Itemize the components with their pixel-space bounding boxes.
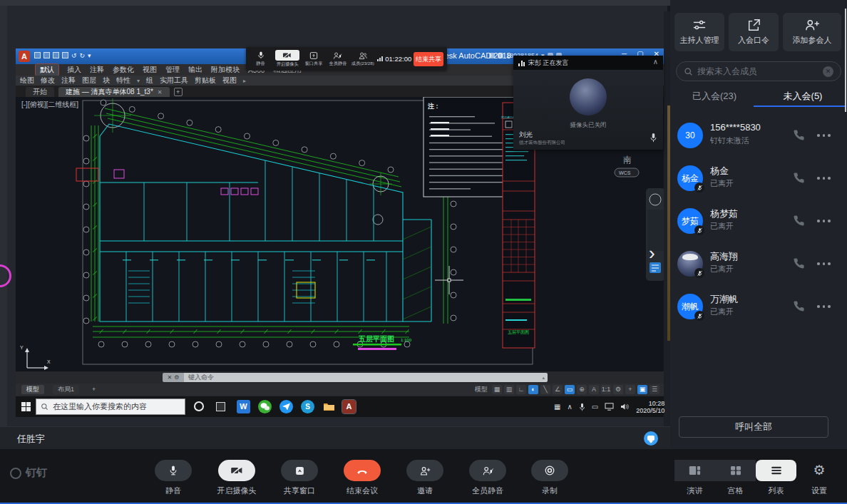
- collapse-overlay-icon[interactable]: ∧: [653, 58, 658, 66]
- speaker-video-overlay[interactable]: 宋彭 正在发言 ∧ 摄像头已关闭 刘光 德才装饰股份有限公司: [513, 56, 663, 150]
- floatbar-mute-button[interactable]: 静音: [250, 51, 272, 67]
- taskbar-app-skype[interactable]: S: [301, 400, 314, 413]
- more-options-icon[interactable]: [817, 177, 831, 180]
- panel-item[interactable]: 块: [103, 76, 110, 86]
- tray-expand-icon[interactable]: ∧: [567, 403, 572, 411]
- tab-close-icon[interactable]: ✕: [158, 89, 163, 96]
- end-meeting-button[interactable]: 结束会议: [337, 460, 388, 496]
- taskbar-app-wechat[interactable]: [258, 400, 272, 413]
- redo-icon[interactable]: ↻: [80, 52, 86, 60]
- phone-icon[interactable]: [793, 215, 805, 227]
- statusbar-icon[interactable]: ▦: [492, 385, 502, 394]
- participant-row[interactable]: 高海翔 已离开: [670, 242, 847, 285]
- taskbar-search-input[interactable]: 在这里输入你要搜索的内容: [36, 398, 185, 415]
- file-tab-drawing[interactable]: 建施 — 清真寺单体08 1_t3*✕: [58, 87, 170, 97]
- command-line-controls[interactable]: ✕ ⚙: [163, 373, 184, 382]
- phone-icon[interactable]: [793, 129, 805, 141]
- quick-access-toolbar[interactable]: ↺↻▾: [34, 52, 91, 60]
- more-options-icon[interactable]: [817, 262, 831, 265]
- new-layout-button[interactable]: +: [87, 385, 101, 394]
- speaker-icon[interactable]: [620, 403, 630, 411]
- sidebar-scrollbar[interactable]: [845, 9, 846, 112]
- customize-icon[interactable]: ⚙: [174, 374, 179, 381]
- plot-icon[interactable]: [62, 52, 68, 58]
- qat-dropdown-icon[interactable]: ▾: [88, 52, 91, 60]
- ribbon-tab[interactable]: 管理: [165, 65, 180, 75]
- ribbon-tab[interactable]: 视图: [143, 65, 157, 75]
- panel-item[interactable]: 特性: [116, 76, 130, 86]
- taskbar-app-autocad[interactable]: A: [342, 400, 356, 413]
- more-options-icon[interactable]: [817, 305, 831, 308]
- statusbar-icon[interactable]: ∟: [516, 385, 526, 394]
- touchpad-icon[interactable]: ▭: [592, 403, 598, 411]
- panel-item[interactable]: 组: [146, 76, 153, 86]
- add-participant-button[interactable]: 添加参会人: [783, 13, 841, 51]
- mute-all-button[interactable]: 全员静音: [462, 460, 513, 496]
- panel-item[interactable]: 绘图: [20, 76, 34, 86]
- share-window-button[interactable]: 共享窗口: [274, 460, 325, 496]
- mute-button[interactable]: 静音: [148, 460, 199, 496]
- statusbar-icon[interactable]: ▣: [637, 385, 647, 394]
- floatbar-share-button[interactable]: 窗口共享: [302, 51, 325, 67]
- ribbon-tab[interactable]: 注释: [90, 65, 104, 75]
- panel-item[interactable]: 图层: [82, 76, 96, 86]
- start-button[interactable]: [21, 402, 31, 411]
- new-tab-button[interactable]: +: [174, 88, 183, 96]
- view-mode-speaker[interactable]: 演讲: [674, 460, 715, 496]
- microphone-tray-icon[interactable]: [579, 403, 585, 411]
- more-options-icon[interactable]: [817, 220, 831, 222]
- statusbar-icon[interactable]: ▭: [565, 385, 575, 394]
- taskbar-app-messenger[interactable]: [279, 400, 293, 413]
- statusbar-icon[interactable]: ◐: [528, 385, 538, 394]
- invite-button[interactable]: 邀请: [399, 460, 451, 496]
- panel-item[interactable]: 视图: [222, 76, 237, 86]
- participant-row[interactable]: 潮帆 万潮帆 已离开: [670, 285, 847, 328]
- taskbar-clock[interactable]: 10:28 2020/5/10: [636, 400, 664, 414]
- statusbar-icon[interactable]: +: [625, 385, 635, 394]
- file-tab-start[interactable]: 开始: [26, 87, 54, 97]
- save-file-icon[interactable]: [53, 52, 59, 58]
- search-icon[interactable]: [489, 53, 495, 58]
- taskbar-app-explorer[interactable]: [322, 400, 336, 413]
- record-button[interactable]: 录制: [524, 460, 575, 496]
- search-participant-input[interactable]: 搜索未入会成员 ✕: [676, 61, 841, 81]
- statusbar-icon[interactable]: ☰: [650, 385, 659, 394]
- statusbar-icon[interactable]: ∠: [553, 385, 563, 394]
- dropdown-icon[interactable]: ▾: [137, 78, 140, 84]
- participant-row[interactable]: 30 156****5830 钉钉未激活: [670, 114, 847, 157]
- statusbar-icon[interactable]: ▥: [504, 385, 514, 394]
- phone-icon[interactable]: [793, 257, 805, 269]
- clear-search-icon[interactable]: ✕: [823, 66, 833, 77]
- statusbar-icon[interactable]: ⚙: [613, 385, 623, 394]
- tab-joined[interactable]: 已入会(23): [670, 86, 759, 107]
- settings-button[interactable]: ⚙ 设置: [803, 460, 836, 496]
- floatbar-members-button[interactable]: 成员(23/28): [351, 51, 376, 67]
- task-view-button[interactable]: [216, 402, 225, 411]
- floatbar-mute-all-button[interactable]: 全员静音: [327, 51, 349, 67]
- call-all-button[interactable]: 呼叫全部: [679, 416, 828, 438]
- view-mode-list[interactable]: 列表: [756, 460, 796, 496]
- open-file-icon[interactable]: [43, 52, 50, 58]
- camera-button[interactable]: 开启摄像头: [211, 460, 262, 496]
- autocad-logo-icon[interactable]: A: [19, 51, 30, 62]
- panel-item[interactable]: 注释: [61, 76, 76, 86]
- host-management-button[interactable]: 主持人管理: [674, 13, 724, 51]
- ribbon-tab[interactable]: 附加模块: [211, 65, 240, 75]
- floatbar-camera-button[interactable]: 开启摄像头: [274, 50, 302, 68]
- ime-icon[interactable]: ▦: [554, 403, 560, 411]
- taskbar-app-wps[interactable]: W: [237, 400, 250, 413]
- phone-icon[interactable]: [793, 172, 805, 184]
- viewport-controls-label[interactable]: [-][俯视][二维线框]: [21, 100, 78, 110]
- end-share-button[interactable]: 结束共享: [414, 52, 443, 66]
- participant-row[interactable]: 梦茹 杨梦茹 已离开: [670, 200, 847, 242]
- panel-item[interactable]: 实用工具: [160, 76, 188, 86]
- participant-row[interactable]: 杨金 杨金 已离开: [670, 157, 847, 200]
- statusbar-icon[interactable]: A: [589, 385, 599, 394]
- command-input[interactable]: 键入命令 ▴: [184, 373, 548, 382]
- meeting-code-button[interactable]: 入会口令: [729, 13, 779, 51]
- statusbar-icon[interactable]: 模型: [473, 385, 490, 394]
- undo-icon[interactable]: ↺: [71, 52, 77, 60]
- tab-not-joined[interactable]: 未入会(5): [759, 86, 847, 107]
- panel-item[interactable]: 剪贴板: [195, 76, 216, 86]
- cortana-button[interactable]: [194, 401, 204, 411]
